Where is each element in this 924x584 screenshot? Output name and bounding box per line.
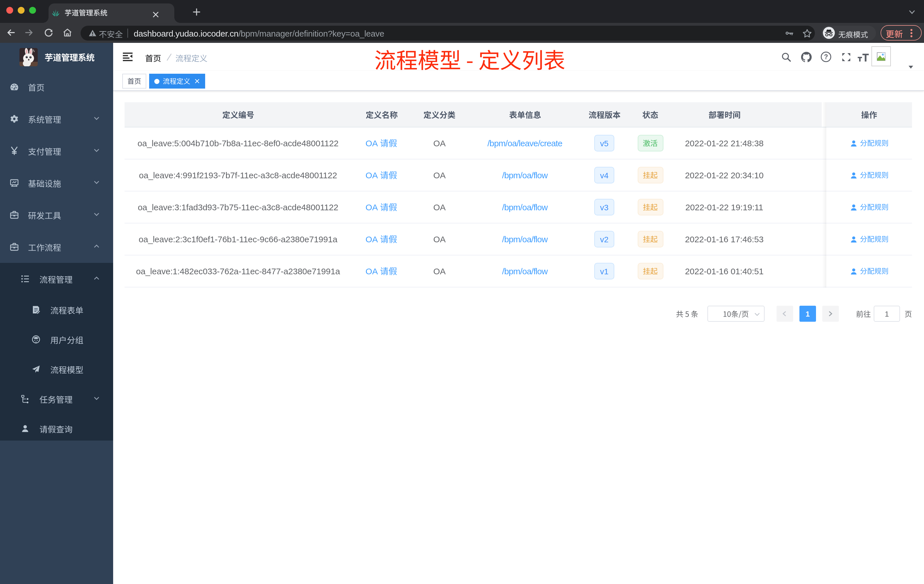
svg-text:?: ? — [824, 53, 828, 61]
